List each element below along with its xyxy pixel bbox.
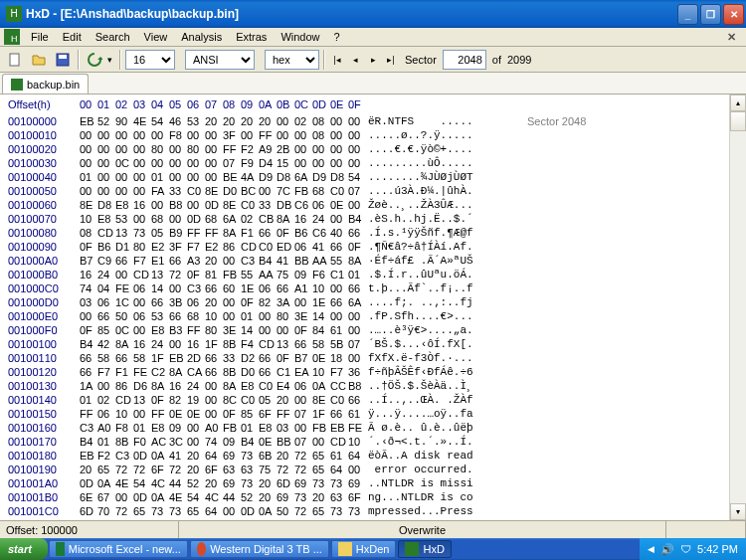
- ascii-cell[interactable]: fXfX.ë-f3Òf.·...: [368, 351, 497, 365]
- hex-row[interactable]: 001000100000000000F800003F00FF0000080000…: [8, 128, 746, 142]
- hex-row[interactable]: 0010008008CD137305B9FFFF8AF1660FB6C64066…: [8, 226, 746, 240]
- menu-window[interactable]: Window: [274, 29, 326, 45]
- tray-icon[interactable]: 🔊: [660, 543, 674, 556]
- new-button[interactable]: [4, 49, 26, 71]
- base-select[interactable]: hex: [265, 50, 319, 70]
- hex-row[interactable]: 001000C07404FE061400C366601E0666A1100066…: [8, 281, 746, 295]
- hex-bytes[interactable]: 0102CD130F8219008CC00520008EC066: [80, 393, 368, 407]
- hex-row[interactable]: 00100110665866581FEB2D6633D2660FB70E1800…: [8, 351, 746, 365]
- taskbar-folder[interactable]: HxDen: [331, 540, 397, 558]
- hex-row[interactable]: 001000400100000001000000BE4AD9D86AD9D854…: [8, 170, 746, 184]
- ascii-cell[interactable]: .¶Ñ€â?÷â†ÍÀí.Af.: [368, 240, 497, 254]
- hex-row[interactable]: 001001301A0086D68A1624008AE8C0E4060ACCB8…: [8, 379, 746, 393]
- tray-icon[interactable]: 🛡: [680, 543, 691, 555]
- hex-row[interactable]: 001000200000000080008000FFF2A92B00000000…: [8, 142, 746, 156]
- hex-bytes[interactable]: 0000000000F800003F00FF0000080000: [80, 128, 368, 142]
- hex-row[interactable]: 001001A00D0A4E544C4452206973206D69737369…: [8, 476, 746, 490]
- start-button[interactable]: start: [0, 538, 48, 560]
- menu-search[interactable]: Search: [89, 29, 137, 45]
- menu-analysis[interactable]: Analysis: [174, 29, 229, 45]
- ascii-cell[interactable]: ´.‹ð¬<.t.´.»..Í.: [368, 435, 497, 449]
- scroll-thumb[interactable]: [730, 111, 746, 131]
- open-button[interactable]: [28, 49, 50, 71]
- hex-bytes[interactable]: 03061C00663B0620000F823A001E666A: [80, 295, 368, 309]
- hex-row[interactable]: 001000B0162400CD13720F81FB55AA7509F6C101…: [8, 268, 746, 281]
- hex-bytes[interactable]: 665866581FEB2D6633D2660FB70E1800: [80, 351, 368, 365]
- hex-bytes[interactable]: 00000C000000000007F9D41500000000: [80, 156, 368, 170]
- hex-row[interactable]: 00100150FF061000FF0E0E000F856FFF071F6661…: [8, 407, 746, 421]
- nav-last-button[interactable]: ▸|: [383, 52, 399, 68]
- hex-bytes[interactable]: B4018BF0AC3C007409B40EBB0700CD10: [80, 435, 368, 449]
- ascii-cell[interactable]: ..Í..‚..ŒÀ. .ŽÀf: [368, 393, 497, 407]
- nav-prev-button[interactable]: ◂: [347, 52, 363, 68]
- hex-bytes[interactable]: B7C966F7E166A32000C3B441BBAA558A: [80, 254, 368, 268]
- scroll-up-button[interactable]: ▴: [730, 94, 746, 111]
- scroll-down-button[interactable]: ▾: [730, 503, 746, 520]
- hex-row[interactable]: 00100000EB52904E544653202020200002080000…: [8, 114, 746, 128]
- hex-bytes[interactable]: 0066500653666810000100803E140000: [80, 309, 368, 323]
- ascii-cell[interactable]: t.þ...Ãf`..f¡..f: [368, 281, 497, 295]
- hex-row[interactable]: 001001B06E67000D0A4E544C445220697320636F…: [8, 490, 746, 504]
- ascii-cell[interactable]: mpressed...Press: [368, 504, 497, 518]
- vertical-scrollbar[interactable]: ▴ ▾: [729, 94, 746, 520]
- nav-next-button[interactable]: ▸: [365, 52, 381, 68]
- hex-row[interactable]: 00100170B4018BF0AC3C007409B40EBB0700CD10…: [8, 435, 746, 449]
- hex-bytes[interactable]: B4428A162400161F8BF4CD1366585B07: [80, 337, 368, 351]
- ascii-cell[interactable]: ........¾JÙØjÙØT: [368, 170, 497, 184]
- hex-row[interactable]: 001001C06D70726573736564000D0A5072657373…: [8, 504, 746, 518]
- hex-bytes[interactable]: 7404FE061400C366601E0666A1100066: [80, 281, 368, 295]
- hex-bytes[interactable]: 0D0A4E544C4452206973206D69737369: [80, 476, 368, 490]
- hex-bytes[interactable]: 0100000001000000BE4AD9D86AD9D854: [80, 170, 368, 184]
- tab-backup-bin[interactable]: backup.bin: [2, 74, 89, 93]
- hex-bytes[interactable]: 162400CD13720F81FB55AA7509F6C101: [80, 268, 368, 281]
- dropdown-icon[interactable]: ▾: [107, 55, 115, 65]
- nav-first-button[interactable]: |◂: [329, 52, 345, 68]
- ascii-cell[interactable]: .fP.Sfh....€>...: [368, 309, 497, 323]
- refresh-button[interactable]: [84, 49, 105, 71]
- hex-bytes[interactable]: 10E8530068000D686A02CB8A162400B4: [80, 212, 368, 226]
- hex-row[interactable]: 001000E00066500653666810000100803E140000…: [8, 309, 746, 323]
- ascii-cell[interactable]: f÷ñþÂŠÊf‹ÐfÁê.÷6: [368, 365, 497, 379]
- ascii-cell[interactable]: ·Éf÷áf£ .Ã´A»ªUŠ: [368, 254, 497, 268]
- hex-bytes[interactable]: EBF2C30D0A41206469736B2072656164: [80, 449, 368, 463]
- maximize-button[interactable]: ❐: [700, 4, 721, 25]
- hex-body[interactable]: 00100000EB52904E544653202020200002080000…: [0, 114, 746, 520]
- encoding-select[interactable]: ANSI: [185, 50, 255, 70]
- bytes-per-row-select[interactable]: 16: [125, 50, 175, 70]
- hex-bytes[interactable]: 0FB6D180E23FF7E286CDC0ED0641660F: [80, 240, 368, 254]
- system-tray[interactable]: ◀ 🔊 🛡 5:42 PM: [640, 538, 746, 560]
- ascii-cell[interactable]: .........ùÔ.....: [368, 156, 497, 170]
- ascii-cell[interactable]: ëR.NTFS .....: [368, 114, 497, 128]
- ascii-cell[interactable]: ..NTLDR is missi: [368, 476, 497, 490]
- menu-help[interactable]: ?: [327, 29, 347, 45]
- minimize-button[interactable]: _: [677, 4, 698, 25]
- ascii-cell[interactable]: ´BŠ.$...‹ôÍ.fX[.: [368, 337, 497, 351]
- ascii-cell[interactable]: ÿ...ÿ....…oÿ..fa: [368, 407, 497, 421]
- hex-bytes[interactable]: 08CD137305B9FFFF8AF1660FB6C64066: [80, 226, 368, 240]
- tray-expand-icon[interactable]: ◀: [648, 544, 654, 554]
- ascii-cell[interactable]: ..†ÖŠ.$.ŠèÀä..Ì¸: [368, 379, 497, 393]
- menu-view[interactable]: View: [137, 29, 175, 45]
- hex-row[interactable]: 001000900FB6D180E23FF7E286CDC0ED0641660F…: [8, 240, 746, 254]
- hex-row[interactable]: 0010005000000000FA33C08ED0BC007CFB68C007…: [8, 184, 746, 198]
- taskbar-excel[interactable]: Microsoft Excel - new...: [49, 540, 188, 558]
- hex-bytes[interactable]: 206572726F72206F6363757272656400: [80, 463, 368, 476]
- hex-row[interactable]: 00100100B4428A162400161F8BF4CD1366585B07…: [8, 337, 746, 351]
- ascii-cell[interactable]: .…..è³ÿ€>....„a.: [368, 323, 497, 337]
- ascii-cell[interactable]: ....f;. ..‚:..fj: [368, 295, 497, 309]
- close-button[interactable]: ✕: [723, 4, 744, 25]
- hex-bytes[interactable]: 1A0086D68A1624008AE8C0E4060ACCB8: [80, 379, 368, 393]
- menu-edit[interactable]: Edit: [56, 29, 89, 45]
- taskbar-hxd[interactable]: HxD: [398, 540, 451, 558]
- ascii-cell[interactable]: error occurred.: [368, 463, 497, 476]
- hex-row[interactable]: 00100180EBF2C30D0A41206469736B2072656164…: [8, 449, 746, 463]
- ascii-cell[interactable]: .....ø..?.ÿ.....: [368, 128, 497, 142]
- ascii-cell[interactable]: Ã ø.è.. û.è..ûëþ: [368, 421, 497, 435]
- hex-row[interactable]: 001000D003061C00663B0620000F823A001E666A…: [8, 295, 746, 309]
- save-button[interactable]: [52, 49, 74, 71]
- ascii-cell[interactable]: ....ú3À.Ð¼.|ûhÀ.: [368, 184, 497, 198]
- ascii-cell[interactable]: .Í.s.¹ÿÿŠñf.¶Æ@f: [368, 226, 497, 240]
- ascii-cell[interactable]: ëòÃ..A disk read: [368, 449, 497, 463]
- hex-bytes[interactable]: 6E67000D0A4E544C445220697320636F: [80, 490, 368, 504]
- mdi-close-icon[interactable]: ✕: [720, 29, 742, 46]
